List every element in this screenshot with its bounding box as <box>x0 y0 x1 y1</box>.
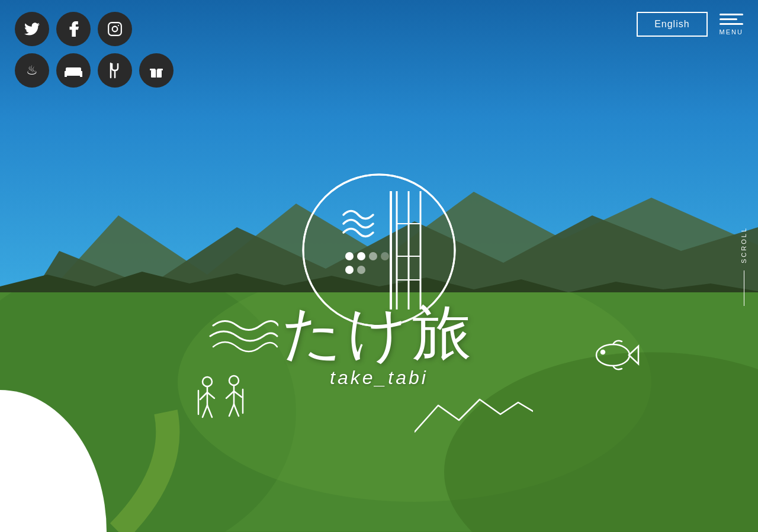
service-row: ♨ <box>15 53 174 88</box>
menu-button[interactable]: MENU <box>720 14 743 36</box>
fish-decoration <box>586 334 640 378</box>
svg-point-52 <box>596 344 629 366</box>
svg-point-38 <box>203 377 212 386</box>
hotel-icon[interactable] <box>56 53 91 88</box>
svg-point-22 <box>155 67 158 70</box>
dining-icon[interactable] <box>98 53 132 88</box>
mountains-line-decoration <box>415 391 533 440</box>
svg-point-32 <box>369 252 377 260</box>
svg-line-47 <box>226 391 234 398</box>
svg-rect-7 <box>108 22 121 36</box>
svg-point-35 <box>357 266 365 274</box>
svg-text:♨: ♨ <box>26 63 38 78</box>
svg-line-50 <box>234 404 239 416</box>
wave-decoration <box>207 314 278 363</box>
scroll-line <box>744 270 744 306</box>
svg-rect-15 <box>80 75 82 77</box>
svg-point-9 <box>118 25 119 26</box>
gift-icon[interactable] <box>139 53 174 88</box>
menu-label: MENU <box>720 28 743 36</box>
title-area: たけ旅 take_tabi <box>282 303 476 389</box>
instagram-icon[interactable] <box>98 12 132 46</box>
left-icons: ♨ <box>15 12 174 88</box>
svg-line-40 <box>200 392 207 399</box>
svg-rect-13 <box>66 67 81 73</box>
svg-point-53 <box>601 350 605 354</box>
svg-line-41 <box>207 392 214 398</box>
social-row <box>15 12 174 46</box>
main-header: ♨ <box>0 0 758 99</box>
svg-point-31 <box>357 252 365 260</box>
svg-line-42 <box>203 405 207 417</box>
hikers-decoration <box>190 370 261 431</box>
svg-rect-12 <box>65 73 82 76</box>
twitter-icon[interactable] <box>15 12 49 46</box>
svg-rect-14 <box>65 75 67 77</box>
svg-line-48 <box>234 391 242 397</box>
onsen-icon[interactable]: ♨ <box>15 53 49 88</box>
svg-line-49 <box>229 404 234 416</box>
language-button[interactable]: English <box>637 12 707 37</box>
japanese-title: たけ旅 <box>282 303 476 362</box>
scroll-indicator: SCROLL <box>740 226 747 305</box>
hamburger-icon <box>720 14 743 25</box>
svg-point-16 <box>68 68 72 72</box>
english-subtitle: take_tabi <box>282 367 476 389</box>
svg-point-33 <box>381 252 389 260</box>
nav-right: English MENU <box>637 12 743 37</box>
svg-point-45 <box>229 376 239 385</box>
svg-point-34 <box>345 266 354 274</box>
svg-point-30 <box>345 252 354 260</box>
svg-line-43 <box>207 405 212 417</box>
scroll-label: SCROLL <box>740 226 747 263</box>
svg-point-8 <box>113 27 118 32</box>
facebook-icon[interactable] <box>56 12 91 46</box>
